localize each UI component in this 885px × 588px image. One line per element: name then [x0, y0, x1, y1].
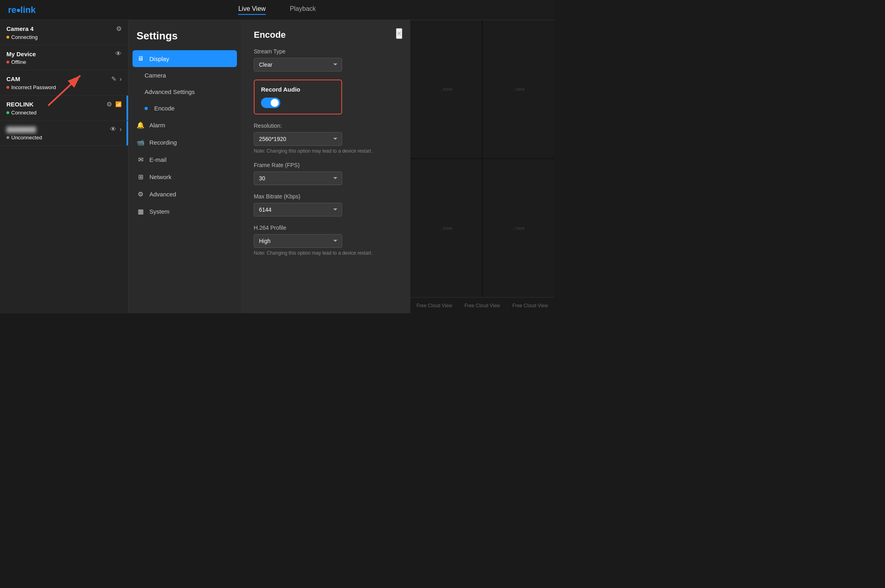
resolution-field: Resolution: 2560*1920 1920*1080 1280*720… [254, 122, 398, 154]
right-content: ...here ...here ...here ...here Free Clo… [410, 20, 554, 313]
advanced-icon: ⚙ [137, 190, 145, 198]
menu-item-advanced-settings[interactable]: Advanced Settings [128, 84, 241, 100]
bitrate-label: Max Bitrate (Kbps) [254, 193, 398, 200]
top-bar: relink Live View Playback [0, 0, 554, 20]
reolink-status: Connected [6, 110, 122, 116]
stream-type-select[interactable]: Clear Fluent Balance [254, 58, 342, 71]
h264-label: H.264 Profile [254, 225, 398, 231]
bitrate-select[interactable]: 6144 4096 2048 [254, 203, 342, 216]
recording-icon: 📹 [137, 139, 145, 146]
camera-tile-1: ...here [410, 20, 482, 158]
wifi-icon: 📶 [115, 101, 122, 107]
camera4-icons: ⚙ [116, 25, 122, 33]
menu-item-encode[interactable]: Encode [128, 100, 241, 116]
encode-panel: × Encode Stream Type Clear Fluent Balanc… [241, 20, 410, 313]
stream-type-label: Stream Type [254, 48, 398, 55]
sidebar-item-camera4[interactable]: Camera 4 ⚙ Connecting [0, 20, 128, 45]
alarm-icon: 🔔 [137, 121, 145, 129]
tab-live-view[interactable]: Live View [238, 5, 265, 15]
edit-icon[interactable]: ✎ [111, 75, 116, 83]
camera-tile-2: ...here [483, 20, 554, 158]
toggle-slider [261, 98, 280, 108]
record-audio-toggle-wrapper [261, 98, 335, 108]
gear-icon[interactable]: ⚙ [116, 25, 122, 33]
eye-icon[interactable]: 👁 [115, 50, 122, 57]
gear-icon-reolink[interactable]: ⚙ [106, 100, 112, 108]
logo: relink [8, 5, 36, 15]
record-audio-box: Record Audio [254, 80, 342, 114]
menu-item-display[interactable]: 🖥 Display [133, 50, 237, 67]
camera-tile-4: ...here [483, 159, 554, 297]
resolution-note: Note: Changing this option may lead to a… [254, 148, 398, 154]
encode-title: Encode [254, 30, 398, 40]
status-dot-unconnected [6, 136, 9, 139]
unknown-status: Unconnected [6, 135, 122, 141]
resolution-label: Resolution: [254, 122, 398, 129]
menu-item-advanced[interactable]: ⚙ Advanced [128, 186, 241, 203]
fps-label: Frame Rate (FPS) [254, 162, 398, 168]
resolution-select[interactable]: 2560*1920 1920*1080 1280*720 [254, 132, 342, 146]
h264-select[interactable]: High Main Baseline [254, 234, 342, 248]
sidebar-item-unknown[interactable]: ████████ 👁 › Unconnected [0, 121, 128, 146]
reolink-name: REOLINK [6, 101, 34, 108]
camera-tiles: ...here ...here ...here ...here [410, 20, 554, 297]
bitrate-field: Max Bitrate (Kbps) 6144 4096 2048 [254, 193, 398, 216]
menu-item-alarm[interactable]: 🔔 Alarm [128, 116, 241, 134]
sidebar-item-mydevice[interactable]: My Device 👁 Offline [0, 45, 128, 70]
settings-title: Settings [128, 30, 241, 50]
record-audio-label: Record Audio [261, 86, 335, 93]
system-icon: ▦ [137, 208, 145, 215]
settings-panel: Settings 🖥 Display Camera Advanced Setti… [128, 20, 241, 313]
sidebar-item-reolink[interactable]: REOLINK ⚙ 📶 Connected [0, 96, 128, 121]
menu-item-system[interactable]: ▦ System [128, 203, 241, 220]
tab-playback[interactable]: Playback [290, 5, 316, 15]
main-layout: Camera 4 ⚙ Connecting My Device 👁 Offlin… [0, 20, 554, 313]
bottom-bar: Free Cloud View Free Cloud View Free Clo… [410, 297, 554, 313]
network-icon: ⊞ [137, 173, 145, 181]
menu-item-email[interactable]: ✉ E-mail [128, 151, 241, 168]
camera4-status: Connecting [6, 34, 122, 40]
status-dot-connected [6, 111, 9, 114]
eye-icon-unknown[interactable]: 👁 [110, 126, 116, 133]
menu-item-network[interactable]: ⊞ Network [128, 168, 241, 186]
sidebar-item-cam[interactable]: CAM ✎ › Incorrect Password [0, 70, 128, 96]
email-icon: ✉ [137, 156, 145, 163]
nav-tabs: Live View Playback [238, 5, 316, 15]
cam-name: CAM [6, 76, 20, 82]
unknown-name: ████████ [6, 127, 36, 133]
record-audio-toggle[interactable] [261, 98, 280, 108]
chevron-right-icon-unknown[interactable]: › [120, 126, 122, 133]
close-button[interactable]: × [396, 28, 402, 39]
mydevice-name: My Device [6, 51, 36, 57]
fps-select[interactable]: 30 25 20 15 [254, 172, 342, 185]
status-dot-offline [6, 61, 9, 63]
mydevice-status: Offline [6, 59, 122, 65]
sidebar: Camera 4 ⚙ Connecting My Device 👁 Offlin… [0, 20, 128, 313]
fps-field: Frame Rate (FPS) 30 25 20 15 [254, 162, 398, 185]
menu-item-recording[interactable]: 📹 Recording [128, 134, 241, 151]
status-dot-connecting [6, 36, 9, 39]
chevron-right-icon[interactable]: › [120, 76, 122, 83]
status-dot-incorrect [6, 86, 9, 89]
menu-item-camera[interactable]: Camera [128, 67, 241, 84]
display-icon: 🖥 [137, 55, 145, 62]
stream-type-field: Stream Type Clear Fluent Balance [254, 48, 398, 71]
cam-status: Incorrect Password [6, 84, 122, 90]
encode-dot [145, 107, 148, 110]
h264-field: H.264 Profile High Main Baseline Note: C… [254, 225, 398, 256]
camera-tile-3: ...here [410, 159, 482, 297]
h264-note: Note: Changing this option may lead to a… [254, 250, 398, 256]
camera4-name: Camera 4 [6, 25, 34, 32]
